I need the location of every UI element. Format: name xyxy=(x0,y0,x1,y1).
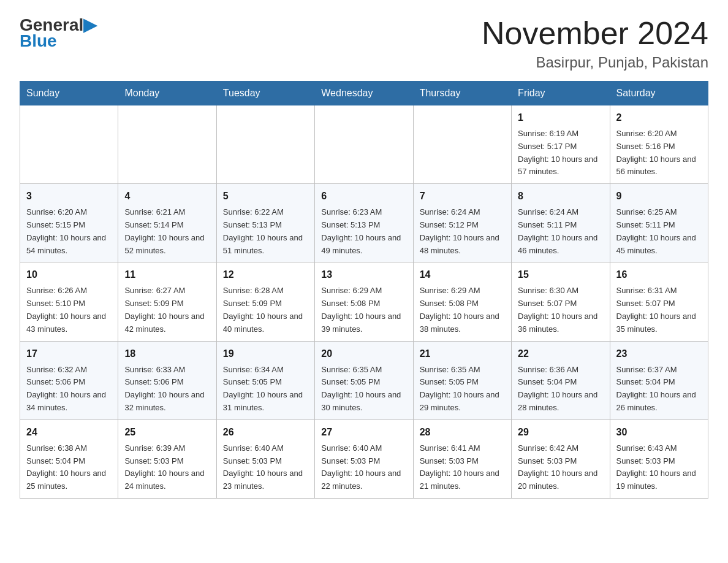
day-info: Sunrise: 6:33 AM Sunset: 5:06 PM Dayligh… xyxy=(124,364,210,415)
calendar-cell: 13Sunrise: 6:29 AM Sunset: 5:08 PM Dayli… xyxy=(315,262,413,341)
day-number: 17 xyxy=(26,347,112,361)
calendar-cell xyxy=(413,105,511,184)
day-info: Sunrise: 6:20 AM Sunset: 5:16 PM Dayligh… xyxy=(616,128,702,178)
day-info: Sunrise: 6:24 AM Sunset: 5:12 PM Dayligh… xyxy=(420,206,505,257)
day-info: Sunrise: 6:43 AM Sunset: 5:03 PM Dayligh… xyxy=(616,442,702,493)
calendar-cell: 15Sunrise: 6:30 AM Sunset: 5:07 PM Dayli… xyxy=(512,262,610,341)
title-area: November 2024 Basirpur, Punjab, Pakistan xyxy=(482,15,708,71)
calendar-cell: 6Sunrise: 6:23 AM Sunset: 5:13 PM Daylig… xyxy=(315,184,413,262)
week-row-3: 10Sunrise: 6:26 AM Sunset: 5:10 PM Dayli… xyxy=(20,262,708,341)
day-number: 24 xyxy=(26,425,112,440)
calendar-cell: 7Sunrise: 6:24 AM Sunset: 5:12 PM Daylig… xyxy=(413,184,511,262)
day-number: 29 xyxy=(518,425,603,440)
day-info: Sunrise: 6:36 AM Sunset: 5:04 PM Dayligh… xyxy=(518,364,603,415)
calendar-cell: 19Sunrise: 6:34 AM Sunset: 5:05 PM Dayli… xyxy=(216,341,314,419)
calendar-cell: 11Sunrise: 6:27 AM Sunset: 5:09 PM Dayli… xyxy=(118,262,216,341)
day-number: 16 xyxy=(616,267,702,282)
day-number: 18 xyxy=(124,347,210,361)
weekday-header-monday: Monday xyxy=(118,82,216,105)
calendar-cell: 3Sunrise: 6:20 AM Sunset: 5:15 PM Daylig… xyxy=(20,184,118,262)
day-number: 4 xyxy=(124,189,210,204)
calendar-cell: 8Sunrise: 6:24 AM Sunset: 5:11 PM Daylig… xyxy=(512,184,610,262)
day-number: 2 xyxy=(616,110,702,125)
day-info: Sunrise: 6:30 AM Sunset: 5:07 PM Dayligh… xyxy=(518,285,603,335)
calendar-cell: 29Sunrise: 6:42 AM Sunset: 5:03 PM Dayli… xyxy=(512,419,610,498)
day-number: 5 xyxy=(223,189,308,204)
day-info: Sunrise: 6:34 AM Sunset: 5:05 PM Dayligh… xyxy=(223,364,308,415)
day-info: Sunrise: 6:23 AM Sunset: 5:13 PM Dayligh… xyxy=(321,206,406,257)
logo-blue-general: ▶ xyxy=(83,15,97,35)
day-info: Sunrise: 6:22 AM Sunset: 5:13 PM Dayligh… xyxy=(223,206,308,257)
day-number: 8 xyxy=(518,189,603,204)
week-row-4: 17Sunrise: 6:32 AM Sunset: 5:06 PM Dayli… xyxy=(20,341,708,419)
day-info: Sunrise: 6:27 AM Sunset: 5:09 PM Dayligh… xyxy=(124,285,210,335)
calendar-cell xyxy=(118,105,216,184)
calendar-cell: 5Sunrise: 6:22 AM Sunset: 5:13 PM Daylig… xyxy=(216,184,314,262)
day-number: 21 xyxy=(420,347,505,361)
day-info: Sunrise: 6:28 AM Sunset: 5:09 PM Dayligh… xyxy=(223,285,308,335)
day-number: 27 xyxy=(321,425,406,440)
calendar-cell: 24Sunrise: 6:38 AM Sunset: 5:04 PM Dayli… xyxy=(20,419,118,498)
page-header: General ▶ Blue November 2024 Basirpur, P… xyxy=(20,15,708,71)
calendar-cell: 9Sunrise: 6:25 AM Sunset: 5:11 PM Daylig… xyxy=(610,184,708,262)
calendar-cell: 22Sunrise: 6:36 AM Sunset: 5:04 PM Dayli… xyxy=(512,341,610,419)
weekday-header-sunday: Sunday xyxy=(20,82,118,105)
day-number: 10 xyxy=(26,267,112,282)
day-info: Sunrise: 6:29 AM Sunset: 5:08 PM Dayligh… xyxy=(321,285,406,335)
day-number: 20 xyxy=(321,347,406,361)
month-title: November 2024 xyxy=(482,15,708,52)
calendar-cell: 27Sunrise: 6:40 AM Sunset: 5:03 PM Dayli… xyxy=(315,419,413,498)
day-number: 14 xyxy=(420,267,505,282)
calendar-table: SundayMondayTuesdayWednesdayThursdayFrid… xyxy=(20,81,708,499)
day-info: Sunrise: 6:42 AM Sunset: 5:03 PM Dayligh… xyxy=(518,442,603,493)
calendar-cell xyxy=(315,105,413,184)
week-row-5: 24Sunrise: 6:38 AM Sunset: 5:04 PM Dayli… xyxy=(20,419,708,498)
calendar-cell: 12Sunrise: 6:28 AM Sunset: 5:09 PM Dayli… xyxy=(216,262,314,341)
day-info: Sunrise: 6:40 AM Sunset: 5:03 PM Dayligh… xyxy=(321,442,406,493)
day-number: 9 xyxy=(616,189,702,204)
location-title: Basirpur, Punjab, Pakistan xyxy=(482,54,708,71)
calendar-cell: 20Sunrise: 6:35 AM Sunset: 5:05 PM Dayli… xyxy=(315,341,413,419)
day-number: 26 xyxy=(223,425,308,440)
calendar-cell xyxy=(20,105,118,184)
day-number: 13 xyxy=(321,267,406,282)
day-number: 28 xyxy=(420,425,505,440)
day-info: Sunrise: 6:19 AM Sunset: 5:17 PM Dayligh… xyxy=(518,128,603,178)
day-info: Sunrise: 6:38 AM Sunset: 5:04 PM Dayligh… xyxy=(26,442,112,493)
calendar-cell xyxy=(216,105,314,184)
weekday-header-saturday: Saturday xyxy=(610,82,708,105)
day-info: Sunrise: 6:25 AM Sunset: 5:11 PM Dayligh… xyxy=(616,206,702,257)
day-number: 12 xyxy=(223,267,308,282)
calendar-cell: 23Sunrise: 6:37 AM Sunset: 5:04 PM Dayli… xyxy=(610,341,708,419)
day-info: Sunrise: 6:21 AM Sunset: 5:14 PM Dayligh… xyxy=(124,206,210,257)
calendar-cell: 25Sunrise: 6:39 AM Sunset: 5:03 PM Dayli… xyxy=(118,419,216,498)
logo: General ▶ Blue xyxy=(20,15,97,51)
day-number: 15 xyxy=(518,267,603,282)
weekday-header-tuesday: Tuesday xyxy=(216,82,314,105)
calendar-cell: 26Sunrise: 6:40 AM Sunset: 5:03 PM Dayli… xyxy=(216,419,314,498)
day-number: 3 xyxy=(26,189,112,204)
calendar-cell: 16Sunrise: 6:31 AM Sunset: 5:07 PM Dayli… xyxy=(610,262,708,341)
day-number: 22 xyxy=(518,347,603,361)
calendar-cell: 28Sunrise: 6:41 AM Sunset: 5:03 PM Dayli… xyxy=(413,419,511,498)
calendar-cell: 4Sunrise: 6:21 AM Sunset: 5:14 PM Daylig… xyxy=(118,184,216,262)
week-row-2: 3Sunrise: 6:20 AM Sunset: 5:15 PM Daylig… xyxy=(20,184,708,262)
weekday-header-thursday: Thursday xyxy=(413,82,511,105)
day-info: Sunrise: 6:41 AM Sunset: 5:03 PM Dayligh… xyxy=(420,442,505,493)
day-info: Sunrise: 6:39 AM Sunset: 5:03 PM Dayligh… xyxy=(124,442,210,493)
day-number: 7 xyxy=(420,189,505,204)
calendar-cell: 1Sunrise: 6:19 AM Sunset: 5:17 PM Daylig… xyxy=(512,105,610,184)
week-row-1: 1Sunrise: 6:19 AM Sunset: 5:17 PM Daylig… xyxy=(20,105,708,184)
day-info: Sunrise: 6:24 AM Sunset: 5:11 PM Dayligh… xyxy=(518,206,603,257)
day-number: 23 xyxy=(616,347,702,361)
day-number: 1 xyxy=(518,110,603,125)
day-info: Sunrise: 6:31 AM Sunset: 5:07 PM Dayligh… xyxy=(616,285,702,335)
calendar-cell: 10Sunrise: 6:26 AM Sunset: 5:10 PM Dayli… xyxy=(20,262,118,341)
day-info: Sunrise: 6:26 AM Sunset: 5:10 PM Dayligh… xyxy=(26,285,112,335)
weekday-header-row: SundayMondayTuesdayWednesdayThursdayFrid… xyxy=(20,82,708,105)
day-number: 11 xyxy=(124,267,210,282)
calendar-cell: 18Sunrise: 6:33 AM Sunset: 5:06 PM Dayli… xyxy=(118,341,216,419)
day-info: Sunrise: 6:29 AM Sunset: 5:08 PM Dayligh… xyxy=(420,285,505,335)
calendar-cell: 17Sunrise: 6:32 AM Sunset: 5:06 PM Dayli… xyxy=(20,341,118,419)
day-info: Sunrise: 6:37 AM Sunset: 5:04 PM Dayligh… xyxy=(616,364,702,415)
